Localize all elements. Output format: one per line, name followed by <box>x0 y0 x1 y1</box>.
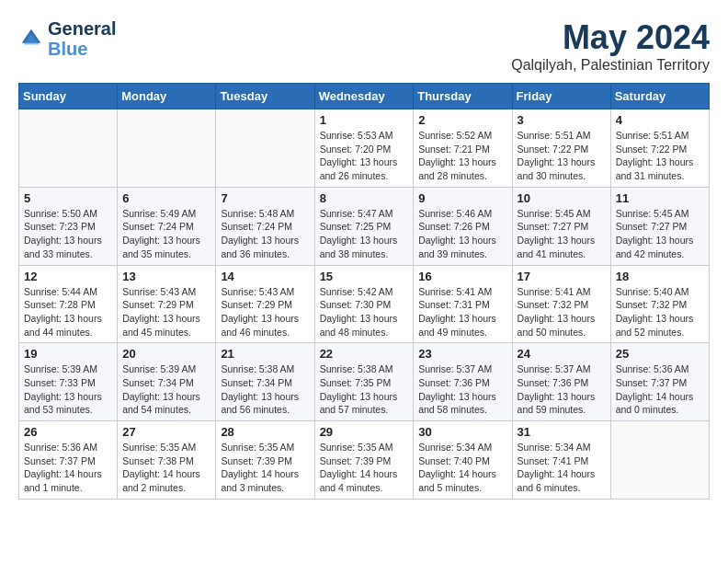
header-thursday: Thursday <box>414 84 512 109</box>
day-info: Sunrise: 5:35 AM Sunset: 7:39 PM Dayligh… <box>320 441 409 495</box>
day-info: Sunrise: 5:39 AM Sunset: 7:33 PM Dayligh… <box>24 362 112 417</box>
logo: General Blue <box>18 18 116 59</box>
day-info: Sunrise: 5:45 AM Sunset: 7:27 PM Dayligh… <box>518 207 606 261</box>
table-row: 22Sunrise: 5:38 AM Sunset: 7:35 PM Dayli… <box>314 343 414 421</box>
day-info: Sunrise: 5:42 AM Sunset: 7:30 PM Dayligh… <box>320 285 409 339</box>
day-info: Sunrise: 5:52 AM Sunset: 7:21 PM Dayligh… <box>418 129 506 183</box>
day-info: Sunrise: 5:46 AM Sunset: 7:26 PM Dayligh… <box>418 207 506 261</box>
day-number: 10 <box>518 191 606 205</box>
table-row: 9Sunrise: 5:46 AM Sunset: 7:26 PM Daylig… <box>414 187 512 265</box>
table-row: 23Sunrise: 5:37 AM Sunset: 7:36 PM Dayli… <box>414 343 512 421</box>
table-row: 13Sunrise: 5:43 AM Sunset: 7:29 PM Dayli… <box>118 265 216 343</box>
day-info: Sunrise: 5:40 AM Sunset: 7:32 PM Dayligh… <box>616 285 704 339</box>
day-info: Sunrise: 5:36 AM Sunset: 7:37 PM Dayligh… <box>616 362 704 417</box>
day-number: 25 <box>616 347 704 361</box>
calendar-header-row: Sunday Monday Tuesday Wednesday Thursday… <box>19 84 710 109</box>
logo-icon <box>18 26 44 52</box>
day-number: 29 <box>320 425 409 439</box>
day-info: Sunrise: 5:48 AM Sunset: 7:24 PM Dayligh… <box>221 207 309 261</box>
day-info: Sunrise: 5:47 AM Sunset: 7:25 PM Dayligh… <box>320 207 409 261</box>
month-title: May 2024 <box>511 18 710 57</box>
table-row: 29Sunrise: 5:35 AM Sunset: 7:39 PM Dayli… <box>314 421 414 500</box>
day-info: Sunrise: 5:35 AM Sunset: 7:38 PM Dayligh… <box>122 441 210 495</box>
table-row: 12Sunrise: 5:44 AM Sunset: 7:28 PM Dayli… <box>19 265 118 343</box>
day-number: 30 <box>418 425 506 439</box>
table-row: 5Sunrise: 5:50 AM Sunset: 7:23 PM Daylig… <box>19 187 118 265</box>
day-info: Sunrise: 5:43 AM Sunset: 7:29 PM Dayligh… <box>221 285 309 339</box>
table-row: 30Sunrise: 5:34 AM Sunset: 7:40 PM Dayli… <box>414 421 512 500</box>
day-info: Sunrise: 5:35 AM Sunset: 7:39 PM Dayligh… <box>221 441 309 495</box>
page: General Blue May 2024 Qalqilyah, Palesti… <box>0 0 728 509</box>
calendar-table: Sunday Monday Tuesday Wednesday Thursday… <box>18 83 710 500</box>
calendar-week-1: 1Sunrise: 5:53 AM Sunset: 7:20 PM Daylig… <box>19 109 710 188</box>
table-row: 28Sunrise: 5:35 AM Sunset: 7:39 PM Dayli… <box>216 421 314 500</box>
day-number: 4 <box>616 113 704 127</box>
day-number: 18 <box>616 270 704 283</box>
table-row: 6Sunrise: 5:49 AM Sunset: 7:24 PM Daylig… <box>118 187 216 265</box>
table-row: 4Sunrise: 5:51 AM Sunset: 7:22 PM Daylig… <box>610 109 709 188</box>
table-row: 21Sunrise: 5:38 AM Sunset: 7:34 PM Dayli… <box>216 343 314 421</box>
day-number: 1 <box>320 113 409 127</box>
table-row: 19Sunrise: 5:39 AM Sunset: 7:33 PM Dayli… <box>19 343 118 421</box>
day-number: 15 <box>320 270 409 283</box>
day-number: 19 <box>24 347 112 361</box>
location-title: Qalqilyah, Palestinian Territory <box>511 57 710 74</box>
day-number: 8 <box>320 191 409 205</box>
header-sunday: Sunday <box>19 84 118 109</box>
header-tuesday: Tuesday <box>216 84 314 109</box>
day-number: 14 <box>221 270 309 283</box>
day-number: 24 <box>518 347 606 361</box>
table-row: 3Sunrise: 5:51 AM Sunset: 7:22 PM Daylig… <box>512 109 610 188</box>
day-info: Sunrise: 5:34 AM Sunset: 7:40 PM Dayligh… <box>418 441 506 495</box>
day-number: 22 <box>320 347 409 361</box>
day-info: Sunrise: 5:36 AM Sunset: 7:37 PM Dayligh… <box>24 441 112 495</box>
table-row <box>19 109 118 188</box>
header: General Blue May 2024 Qalqilyah, Palesti… <box>18 18 710 74</box>
table-row: 1Sunrise: 5:53 AM Sunset: 7:20 PM Daylig… <box>314 109 414 188</box>
calendar-week-4: 19Sunrise: 5:39 AM Sunset: 7:33 PM Dayli… <box>19 343 710 421</box>
header-wednesday: Wednesday <box>314 84 414 109</box>
header-monday: Monday <box>118 84 216 109</box>
logo-text: General Blue <box>48 18 116 59</box>
table-row: 31Sunrise: 5:34 AM Sunset: 7:41 PM Dayli… <box>512 421 610 500</box>
table-row: 25Sunrise: 5:36 AM Sunset: 7:37 PM Dayli… <box>610 343 709 421</box>
day-info: Sunrise: 5:34 AM Sunset: 7:41 PM Dayligh… <box>518 441 606 495</box>
table-row: 14Sunrise: 5:43 AM Sunset: 7:29 PM Dayli… <box>216 265 314 343</box>
header-friday: Friday <box>512 84 610 109</box>
day-number: 13 <box>122 270 210 283</box>
day-number: 16 <box>418 270 506 283</box>
table-row: 27Sunrise: 5:35 AM Sunset: 7:38 PM Dayli… <box>118 421 216 500</box>
table-row: 8Sunrise: 5:47 AM Sunset: 7:25 PM Daylig… <box>314 187 414 265</box>
day-info: Sunrise: 5:39 AM Sunset: 7:34 PM Dayligh… <box>122 362 210 417</box>
calendar-week-2: 5Sunrise: 5:50 AM Sunset: 7:23 PM Daylig… <box>19 187 710 265</box>
day-number: 28 <box>221 425 309 439</box>
day-info: Sunrise: 5:38 AM Sunset: 7:34 PM Dayligh… <box>221 362 309 417</box>
day-info: Sunrise: 5:37 AM Sunset: 7:36 PM Dayligh… <box>518 362 606 417</box>
day-number: 2 <box>418 113 506 127</box>
day-info: Sunrise: 5:49 AM Sunset: 7:24 PM Dayligh… <box>122 207 210 261</box>
day-info: Sunrise: 5:50 AM Sunset: 7:23 PM Dayligh… <box>24 207 112 261</box>
table-row: 20Sunrise: 5:39 AM Sunset: 7:34 PM Dayli… <box>118 343 216 421</box>
table-row <box>118 109 216 188</box>
table-row: 2Sunrise: 5:52 AM Sunset: 7:21 PM Daylig… <box>414 109 512 188</box>
header-saturday: Saturday <box>610 84 709 109</box>
day-number: 17 <box>518 270 606 283</box>
day-number: 3 <box>518 113 606 127</box>
day-number: 31 <box>518 425 606 439</box>
day-info: Sunrise: 5:53 AM Sunset: 7:20 PM Dayligh… <box>320 129 409 183</box>
day-number: 12 <box>24 270 112 283</box>
day-number: 27 <box>122 425 210 439</box>
table-row: 26Sunrise: 5:36 AM Sunset: 7:37 PM Dayli… <box>19 421 118 500</box>
table-row: 16Sunrise: 5:41 AM Sunset: 7:31 PM Dayli… <box>414 265 512 343</box>
day-info: Sunrise: 5:41 AM Sunset: 7:32 PM Dayligh… <box>518 285 606 339</box>
table-row: 7Sunrise: 5:48 AM Sunset: 7:24 PM Daylig… <box>216 187 314 265</box>
day-number: 5 <box>24 191 112 205</box>
table-row: 17Sunrise: 5:41 AM Sunset: 7:32 PM Dayli… <box>512 265 610 343</box>
day-number: 6 <box>122 191 210 205</box>
day-number: 9 <box>418 191 506 205</box>
table-row: 24Sunrise: 5:37 AM Sunset: 7:36 PM Dayli… <box>512 343 610 421</box>
day-info: Sunrise: 5:43 AM Sunset: 7:29 PM Dayligh… <box>122 285 210 339</box>
day-number: 11 <box>616 191 704 205</box>
day-info: Sunrise: 5:45 AM Sunset: 7:27 PM Dayligh… <box>616 207 704 261</box>
day-number: 7 <box>221 191 309 205</box>
